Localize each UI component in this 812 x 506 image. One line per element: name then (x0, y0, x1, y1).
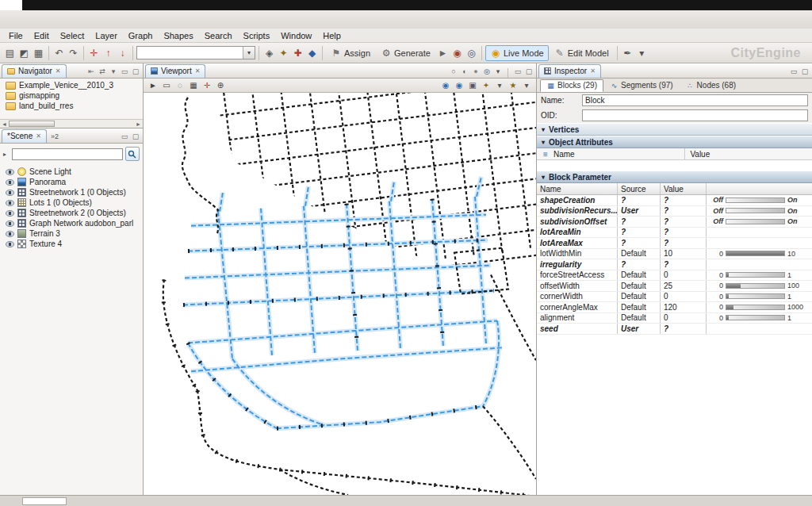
export-icon[interactable]: ► (436, 46, 450, 59)
maximize-icon[interactable]: ▢ (799, 66, 810, 76)
visibility-eye-icon[interactable] (6, 179, 14, 186)
parameter-row[interactable]: shapeCreation??OffOn (537, 195, 812, 206)
camera-dropdown-icon[interactable]: ▾ (493, 79, 506, 91)
parameter-row[interactable]: irregularity?? (537, 259, 812, 270)
slider-track[interactable] (726, 208, 785, 213)
scene-item[interactable]: Lots 1 (0 Objects) (0, 197, 143, 208)
section-block-parameter[interactable]: ▾ Block Parameter (537, 171, 812, 183)
render-shaded-icon[interactable]: ◐ (459, 66, 470, 76)
link-with-editor-icon[interactable]: ⇄ (97, 66, 108, 76)
inspector-tab-segments[interactable]: ∿Segments (97) (603, 79, 680, 92)
globe-red-icon[interactable]: ◉ (450, 46, 464, 59)
scroll-left-icon[interactable]: ◄ (0, 121, 9, 127)
slider-track[interactable] (726, 283, 785, 289)
camera-icon[interactable]: ◉ (439, 79, 452, 91)
combo-dropdown-icon[interactable]: ▾ (243, 47, 255, 59)
move-tool-icon[interactable]: ✛ (87, 46, 101, 59)
menu-shapes[interactable]: Shapes (158, 29, 198, 42)
zoom-tool-icon[interactable]: ⊕ (214, 79, 227, 91)
redo-icon[interactable]: ↷ (67, 46, 80, 59)
render-textured-icon[interactable]: ● (470, 66, 481, 76)
layer-combo[interactable]: ▾ (136, 46, 255, 59)
slider-track[interactable] (726, 293, 785, 299)
undo-icon[interactable]: ↶ (52, 46, 66, 59)
name-input[interactable]: Block (582, 94, 808, 106)
close-icon[interactable]: ✕ (590, 67, 596, 75)
inspector-tab-blocks[interactable]: ▦Blocks (29) (540, 79, 603, 92)
save-icon[interactable]: ◩ (17, 46, 31, 59)
slider-track[interactable] (726, 305, 785, 310)
lower-terrain-icon[interactable]: ↓ (116, 46, 129, 59)
scene-search-input[interactable] (12, 148, 123, 160)
open-icon[interactable]: ▤ (3, 46, 17, 59)
section-vertices[interactable]: ▾ Vertices (537, 123, 812, 136)
scroll-right-icon[interactable]: ► (134, 121, 143, 127)
slider-track[interactable] (726, 272, 785, 278)
visibility-eye-icon[interactable] (6, 210, 14, 217)
parameter-slider[interactable]: 010 (707, 249, 812, 259)
render-wireframe-icon[interactable]: ○ (448, 66, 459, 76)
navigator-hscrollbar[interactable]: ◄ ► (0, 119, 143, 128)
menu-edit[interactable]: Edit (29, 29, 55, 42)
tab-inspector[interactable]: Inspector ✕ (538, 64, 601, 78)
scene-item[interactable]: Scene Light (0, 167, 143, 177)
marquee-select-icon[interactable]: ▭ (160, 79, 173, 91)
pointer-tool-icon[interactable]: ► (147, 79, 159, 91)
parameter-row[interactable]: alignmentDefault001 (537, 313, 812, 324)
visibility-eye-icon[interactable] (6, 220, 14, 227)
scene-settings-icon[interactable]: ▣ (466, 79, 479, 91)
globe-icon[interactable]: ◎ (465, 46, 478, 59)
snap-icon[interactable]: ✦ (480, 79, 492, 91)
select-tool-icon[interactable]: ◈ (262, 46, 276, 59)
slider-track[interactable] (726, 251, 785, 256)
visibility-eye-icon[interactable] (6, 241, 14, 247)
menu-scripts[interactable]: Scripts (238, 29, 276, 42)
visibility-eye-icon[interactable] (6, 231, 14, 237)
scene-item[interactable]: Streetnetwork 2 (0 Objects) (0, 208, 143, 218)
scene-item[interactable]: Texture 4 (0, 239, 143, 249)
menu-select[interactable]: Select (55, 29, 90, 42)
parameter-row[interactable]: cornerWidthDefault001 (537, 292, 812, 303)
maximize-icon[interactable]: ▢ (130, 131, 141, 141)
menu-search[interactable]: Search (199, 29, 238, 42)
bookmark-dropdown-icon[interactable]: ▾ (520, 79, 533, 91)
minimize-icon[interactable]: ▭ (119, 131, 130, 141)
tab-overflow-indicator[interactable]: »2 (48, 132, 61, 143)
parameter-slider[interactable]: 01 (707, 292, 812, 302)
chevron-right-icon[interactable]: ▸ (3, 151, 10, 158)
live-mode-button[interactable]: ◉ Live Mode (485, 45, 549, 61)
inspector-tab-nodes[interactable]: ∴Nodes (68) (680, 79, 742, 92)
navigator-item[interactable]: land_build_rres (0, 101, 143, 111)
parameter-slider[interactable]: 01000 (707, 302, 812, 312)
visibility-eye-icon[interactable] (6, 190, 14, 196)
tab-navigator[interactable]: Navigator ✕ (2, 64, 67, 78)
parameter-row[interactable]: lotWidthMinDefault10010 (537, 249, 812, 260)
menu-graph[interactable]: Graph (123, 29, 159, 42)
street-network-map[interactable] (144, 93, 536, 495)
parameter-row[interactable]: lotAreaMin?? (537, 228, 812, 239)
snap-tool-icon[interactable]: ✦ (277, 46, 290, 59)
bookmark-icon[interactable]: ★ (507, 79, 519, 91)
parameter-slider[interactable]: OffOn (707, 206, 812, 217)
section-object-attributes[interactable]: ▾ Object Attributes (537, 136, 812, 148)
lasso-select-icon[interactable]: ◌ (174, 79, 186, 91)
slider-track[interactable] (726, 197, 785, 203)
menu-help[interactable]: Help (317, 29, 347, 42)
edit-model-button[interactable]: ✎ Edit Model (550, 45, 614, 61)
scene-item[interactable]: Streetnetwork 1 (0 Objects) (0, 187, 143, 197)
render-dropdown-icon[interactable]: ▾ (492, 66, 504, 76)
view-menu-icon[interactable]: ▾ (108, 66, 119, 76)
parameter-row[interactable]: subdivisionOffset??OffOn (537, 217, 812, 228)
scene-item[interactable]: Graph Network audobon_parl (0, 218, 143, 228)
parameter-slider[interactable]: OffOn (707, 217, 812, 227)
navigator-item[interactable]: gismapping (0, 90, 143, 101)
style-dropdown-icon[interactable]: ▾ (635, 46, 649, 59)
minimize-icon[interactable]: ▭ (119, 66, 130, 76)
slider-track[interactable] (726, 315, 785, 320)
parameter-row[interactable]: offsetWidthDefault250100 (537, 281, 812, 292)
scene-item[interactable]: Terrain 3 (0, 228, 143, 239)
globe-icon[interactable]: ◎ (481, 66, 492, 76)
visibility-eye-icon[interactable] (6, 169, 14, 175)
parameter-row[interactable]: seedUser? (537, 324, 812, 335)
menu-window[interactable]: Window (275, 29, 317, 42)
